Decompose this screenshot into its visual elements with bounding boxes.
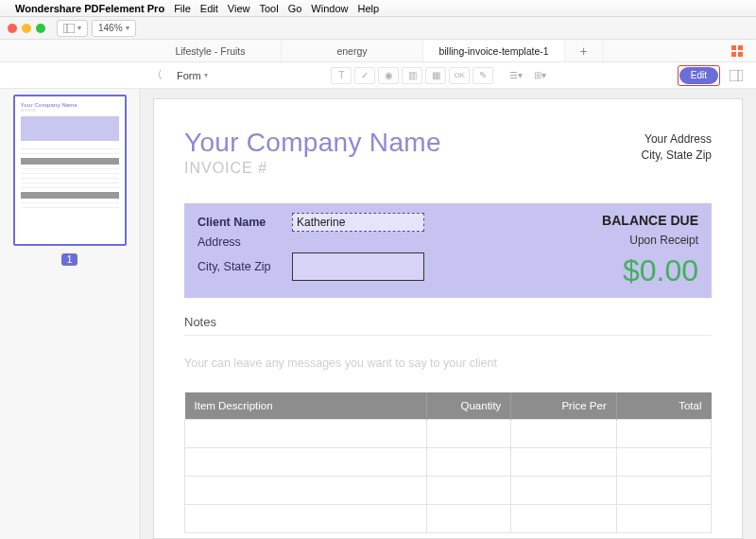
invoice-number-label: INVOICE # xyxy=(184,160,712,177)
menu-window[interactable]: Window xyxy=(311,3,348,14)
client-name-label: Client Name xyxy=(198,216,292,229)
tab-billing-invoice[interactable]: billing-invoice-template-1 xyxy=(423,40,565,61)
chevron-down-icon: ▾ xyxy=(77,24,81,32)
chevron-down-icon: ▾ xyxy=(126,24,129,32)
button-icon[interactable]: OK xyxy=(449,67,470,84)
client-name-value: Katherine xyxy=(297,216,345,229)
chevron-down-icon: ▾ xyxy=(204,71,208,79)
svg-rect-3 xyxy=(738,45,743,50)
col-price-per: Price Per xyxy=(511,392,616,420)
new-tab-button[interactable]: + xyxy=(565,40,603,61)
minimize-icon[interactable] xyxy=(22,24,31,33)
properties-panel-icon[interactable] xyxy=(726,67,747,84)
radio-icon[interactable]: ◉ xyxy=(378,67,399,84)
align-dropdown[interactable]: ☰▾ xyxy=(506,67,526,84)
sidebar-toggle-button[interactable]: ▾ xyxy=(57,20,88,37)
combo-icon[interactable]: ▥ xyxy=(402,67,422,84)
document-tabs: Lifestyle - Fruits energy billing-invoic… xyxy=(0,40,756,62)
client-balance-panel: Client Name Katherine Address City, Stat… xyxy=(184,203,712,298)
zoom-icon[interactable] xyxy=(36,24,45,33)
balance-amount: $0.00 xyxy=(623,253,698,288)
app-grid-icon[interactable] xyxy=(718,40,756,61)
table-row[interactable] xyxy=(185,420,712,448)
document-canvas[interactable]: Your Company Name INVOICE # Your Address… xyxy=(140,89,756,539)
text-field-icon[interactable]: T xyxy=(331,67,352,84)
back-button[interactable]: 〈 xyxy=(151,67,163,83)
company-name: Your Company Name xyxy=(184,128,712,158)
your-address: Your Address xyxy=(642,132,712,146)
city-state-zip-field[interactable] xyxy=(292,252,424,281)
your-city-state-zip: City, State Zip xyxy=(642,148,712,162)
checkbox-icon[interactable]: ✓ xyxy=(354,67,375,84)
document-page: Your Company Name INVOICE # Your Address… xyxy=(153,98,743,539)
company-address-block: Your Address City, State Zip xyxy=(642,132,712,165)
page-thumbnail-1[interactable]: Your Company Name INVOICE xyxy=(13,95,127,246)
svg-rect-5 xyxy=(738,52,743,57)
window-titlebar: ▾ 146% ▾ xyxy=(0,17,756,40)
list-icon[interactable]: ▦ xyxy=(425,67,446,84)
mode-label: Form xyxy=(177,70,201,81)
tab-energy[interactable]: energy xyxy=(282,40,423,61)
zoom-dropdown[interactable]: 146% ▾ xyxy=(92,20,136,37)
svg-rect-4 xyxy=(731,52,736,57)
page-toolbar: 〈 Form ▾ T ✓ ◉ ▥ ▦ OK ✎ ☰▾ ⊞▾ Edit xyxy=(0,62,756,89)
mode-dropdown[interactable]: Form ▾ xyxy=(172,67,213,84)
menu-edit[interactable]: Edit xyxy=(200,3,218,14)
address-label: Address xyxy=(198,235,292,249)
svg-rect-6 xyxy=(730,70,743,81)
close-icon[interactable] xyxy=(8,24,17,33)
zoom-value: 146% xyxy=(98,23,123,33)
mac-menubar: Wondershare PDFelement Pro File Edit Vie… xyxy=(0,0,756,17)
signature-icon[interactable]: ✎ xyxy=(472,67,493,84)
upon-receipt-label: Upon Receipt xyxy=(629,234,698,247)
menu-file[interactable]: File xyxy=(174,3,191,14)
window-controls xyxy=(8,24,45,33)
line-items-table: Item Description Quantity Price Per Tota… xyxy=(184,392,712,533)
app-name[interactable]: Wondershare PDFelement Pro xyxy=(15,3,164,14)
table-row[interactable] xyxy=(185,477,712,505)
edit-button-highlight: Edit xyxy=(678,65,720,86)
menu-view[interactable]: View xyxy=(228,3,250,14)
balance-due-label: BALANCE DUE xyxy=(602,213,698,228)
svg-rect-0 xyxy=(63,24,75,33)
tab-lifestyle[interactable]: Lifestyle - Fruits xyxy=(140,40,282,61)
divider xyxy=(184,335,712,336)
col-item-description: Item Description xyxy=(185,392,427,420)
page-number-badge: 1 xyxy=(61,253,78,266)
menu-go[interactable]: Go xyxy=(288,3,302,14)
menu-help[interactable]: Help xyxy=(357,3,379,14)
thumbnails-sidebar: Your Company Name INVOICE 1 xyxy=(0,89,140,539)
edit-button[interactable]: Edit xyxy=(679,67,718,84)
col-quantity: Quantity xyxy=(427,392,511,420)
main-area: Your Company Name INVOICE 1 Your Company… xyxy=(0,89,756,539)
client-name-field[interactable]: Katherine xyxy=(292,213,424,232)
menu-tool[interactable]: Tool xyxy=(259,3,278,14)
edit-label: Edit xyxy=(691,70,707,80)
city-state-zip-label: City, State Zip xyxy=(198,260,292,273)
more-dropdown[interactable]: ⊞▾ xyxy=(529,67,550,84)
notes-heading: Notes xyxy=(184,315,712,329)
table-row[interactable] xyxy=(185,448,712,477)
svg-rect-2 xyxy=(731,45,736,50)
thumb-invoice: INVOICE xyxy=(21,108,119,113)
notes-placeholder: Your can leave any messages you want to … xyxy=(184,356,712,370)
table-row[interactable] xyxy=(185,505,712,533)
col-total: Total xyxy=(616,392,711,420)
